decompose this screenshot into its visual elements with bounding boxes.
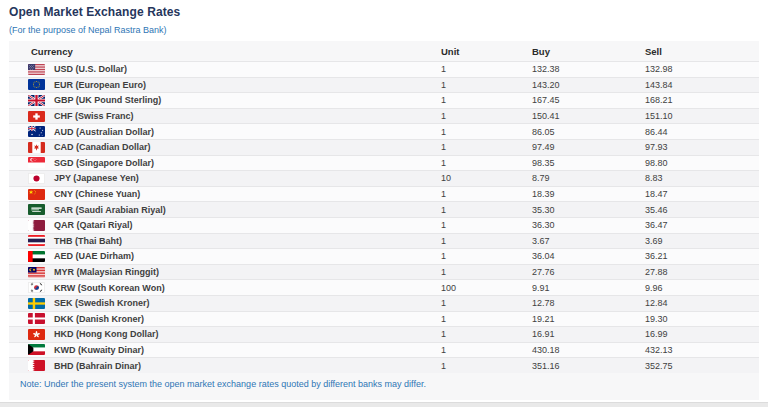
table-row-sar: SAR (Saudi Arabian Riyal) 1 35.30 35.46	[9, 201, 759, 217]
eur-flag-icon	[28, 79, 45, 90]
currency-label: KRW (South Korean Won)	[54, 283, 165, 293]
buy-cell: 3.67	[532, 236, 645, 246]
sell-cell: 9.96	[645, 283, 759, 293]
myr-flag-icon	[28, 267, 45, 278]
chf-flag-icon	[28, 111, 45, 122]
currency-label: JPY (Japanese Yen)	[54, 173, 139, 183]
column-header-sell: Sell	[645, 46, 759, 57]
currency-label: QAR (Qatari Riyal)	[54, 220, 133, 230]
table-row-kwd: KWD (Kuwaity Dinar) 1 430.18 432.13	[9, 342, 759, 358]
buy-cell: 36.04	[532, 251, 645, 261]
currency-cell: EUR (European Euro)	[28, 79, 441, 90]
column-header-unit: Unit	[441, 46, 532, 57]
currency-cell: MYR (Malaysian Ringgit)	[28, 267, 441, 278]
currency-cell: DKK (Danish Kroner)	[28, 313, 441, 324]
buy-cell: 150.41	[532, 111, 645, 121]
unit-cell: 1	[441, 142, 532, 152]
currency-cell: HKD (Hong Kong Dollar)	[28, 329, 441, 340]
currency-label: DKK (Danish Kroner)	[54, 314, 144, 324]
krw-flag-icon	[28, 282, 45, 293]
unit-cell: 1	[441, 127, 532, 137]
currency-cell: THB (Thai Baht)	[28, 235, 441, 246]
currency-label: KWD (Kuwaity Dinar)	[54, 345, 144, 355]
sell-cell: 151.10	[645, 111, 759, 121]
table-row-jpy: JPY (Japanese Yen) 10 8.79 8.83	[9, 170, 759, 186]
table-row-sgd: SGD (Singapore Dollar) 1 98.35 98.80	[9, 155, 759, 171]
currency-cell: CNY (Chinese Yuan)	[28, 189, 441, 200]
rates-panel: Currency Unit Buy Sell USD (U.S. Dollar)…	[9, 41, 759, 400]
currency-cell: KWD (Kuwaity Dinar)	[28, 344, 441, 355]
buy-cell: 167.45	[532, 95, 645, 105]
buy-cell: 351.16	[532, 361, 645, 371]
unit-cell: 1	[441, 329, 532, 339]
sell-cell: 35.46	[645, 205, 759, 215]
table-row-dkk: DKK (Danish Kroner) 1 19.21 19.30	[9, 311, 759, 327]
sell-cell: 352.75	[645, 361, 759, 371]
table-row-eur: EUR (European Euro) 1 143.20 143.84	[9, 77, 759, 93]
sgd-flag-icon	[28, 157, 45, 168]
buy-cell: 12.78	[532, 298, 645, 308]
currency-label: BHD (Bahrain Dinar)	[54, 361, 141, 371]
buy-cell: 18.39	[532, 189, 645, 199]
qar-flag-icon	[28, 220, 45, 231]
currency-label: CHF (Swiss Franc)	[54, 111, 134, 121]
unit-cell: 1	[441, 251, 532, 261]
currency-label: AUD (Australian Dollar)	[54, 127, 154, 137]
table-row-chf: CHF (Swiss Franc) 1 150.41 151.10	[9, 108, 759, 124]
currency-cell: KRW (South Korean Won)	[28, 282, 441, 293]
currency-cell: CHF (Swiss Franc)	[28, 111, 441, 122]
column-header-buy: Buy	[532, 46, 645, 57]
sell-cell: 36.21	[645, 251, 759, 261]
currency-cell: CAD (Canadian Dollar)	[28, 142, 441, 153]
table-row-hkd: HKD (Hong Kong Dollar) 1 16.91 16.99	[9, 326, 759, 342]
table-row-sek: SEK (Swedish Kroner) 1 12.78 12.84	[9, 295, 759, 311]
currency-label: CAD (Canadian Dollar)	[54, 142, 151, 152]
gbp-flag-icon	[28, 95, 45, 106]
bhd-flag-icon	[28, 360, 45, 371]
unit-cell: 1	[441, 205, 532, 215]
sell-cell: 19.30	[645, 314, 759, 324]
buy-cell: 9.91	[532, 283, 645, 293]
table-row-cad: CAD (Canadian Dollar) 1 97.49 97.93	[9, 139, 759, 155]
sar-flag-icon	[28, 204, 45, 215]
sell-cell: 3.69	[645, 236, 759, 246]
aud-flag-icon	[28, 126, 45, 137]
page-title: Open Market Exchange Rates	[9, 5, 759, 19]
sell-cell: 97.93	[645, 142, 759, 152]
currency-label: THB (Thai Baht)	[54, 236, 122, 246]
table-row-qar: QAR (Qatari Riyal) 1 36.30 36.47	[9, 217, 759, 233]
currency-label: CNY (Chinese Yuan)	[54, 189, 140, 199]
unit-cell: 1	[441, 64, 532, 74]
exchange-rates-page: Open Market Exchange Rates (For the purp…	[0, 0, 768, 407]
sell-cell: 8.83	[645, 173, 759, 183]
currency-label: HKD (Hong Kong Dollar)	[54, 329, 158, 339]
page-subtitle: (For the purpose of Nepal Rastra Bank)	[9, 25, 759, 35]
currency-cell: USD (U.S. Dollar)	[28, 64, 441, 75]
currency-cell: AED (UAE Dirham)	[28, 251, 441, 262]
sell-cell: 18.47	[645, 189, 759, 199]
column-header-currency: Currency	[28, 46, 441, 57]
cny-flag-icon	[28, 189, 45, 200]
sek-flag-icon	[28, 298, 45, 309]
table-header-row: Currency Unit Buy Sell	[9, 41, 759, 61]
buy-cell: 143.20	[532, 80, 645, 90]
kwd-flag-icon	[28, 344, 45, 355]
table-row-bhd: BHD (Bahrain Dinar) 1 351.16 352.75	[9, 357, 759, 373]
currency-label: SAR (Saudi Arabian Riyal)	[54, 205, 166, 215]
currency-cell: BHD (Bahrain Dinar)	[28, 360, 441, 371]
buy-cell: 8.79	[532, 173, 645, 183]
unit-cell: 1	[441, 236, 532, 246]
footer-strip	[0, 402, 768, 407]
table-row-krw: KRW (South Korean Won) 100 9.91 9.96	[9, 279, 759, 295]
sell-cell: 132.98	[645, 64, 759, 74]
table-row-usd: USD (U.S. Dollar) 1 132.38 132.98	[9, 61, 759, 77]
sell-cell: 86.44	[645, 127, 759, 137]
unit-cell: 1	[441, 298, 532, 308]
unit-cell: 1	[441, 361, 532, 371]
sell-cell: 143.84	[645, 80, 759, 90]
thb-flag-icon	[28, 235, 45, 246]
buy-cell: 19.21	[532, 314, 645, 324]
currency-label: SEK (Swedish Kroner)	[54, 298, 150, 308]
usd-flag-icon	[28, 64, 45, 75]
sell-cell: 36.47	[645, 220, 759, 230]
